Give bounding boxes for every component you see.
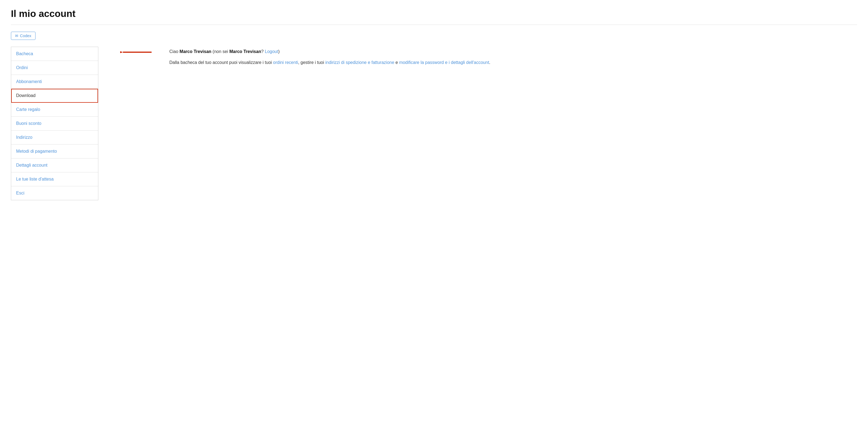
arrow-svg [120, 47, 153, 58]
sidebar-item-indirizzo[interactable]: Indirizzo [11, 131, 98, 145]
sidebar-item-ordini[interactable]: Ordini [11, 61, 98, 75]
user-name-1: Marco Trevisan [180, 49, 211, 54]
sidebar-item-liste-attesa[interactable]: Le tue liste d'attesa [11, 172, 98, 186]
description-text: Dalla bacheca del tuo account puoi visua… [169, 59, 857, 66]
welcome-text: Ciao Marco Trevisan (non sei Marco Trevi… [169, 48, 857, 55]
sidebar-item-carte-regalo[interactable]: Carte regalo [11, 103, 98, 117]
sidebar-item-esci[interactable]: Esci [11, 186, 98, 200]
logout-link[interactable]: Logout [265, 49, 278, 54]
codex-button-label: Codex [20, 34, 31, 38]
user-name-2: Marco Trevisan [229, 49, 261, 54]
indirizzi-link[interactable]: indirizzi di spedizione e fatturazione [325, 60, 394, 65]
envelope-icon: ✉ [15, 34, 18, 38]
ordini-recenti-link[interactable]: ordini recenti [273, 60, 298, 65]
sidebar-item-dettagli-account[interactable]: Dettagli account [11, 158, 98, 172]
content-area: Ciao Marco Trevisan (non sei Marco Trevi… [169, 47, 857, 66]
password-link[interactable]: modificare la password e i dettagli dell… [399, 60, 489, 65]
sidebar: BachecaOrdiniAbbonamentiDownloadCarte re… [11, 47, 98, 200]
page-title: Il mio account [11, 8, 857, 19]
arrow-indicator [120, 47, 153, 58]
sidebar-item-bacheca[interactable]: Bacheca [11, 47, 98, 61]
sidebar-item-download[interactable]: Download [11, 89, 98, 103]
divider [11, 25, 857, 25]
sidebar-item-abbonamenti[interactable]: Abbonamenti [11, 75, 98, 89]
sidebar-item-buoni-sconto[interactable]: Buoni sconto [11, 117, 98, 131]
main-layout: BachecaOrdiniAbbonamentiDownloadCarte re… [11, 47, 857, 200]
codex-button[interactable]: ✉ Codex [11, 32, 35, 40]
sidebar-item-metodi-pagamento[interactable]: Metodi di pagamento [11, 145, 98, 158]
